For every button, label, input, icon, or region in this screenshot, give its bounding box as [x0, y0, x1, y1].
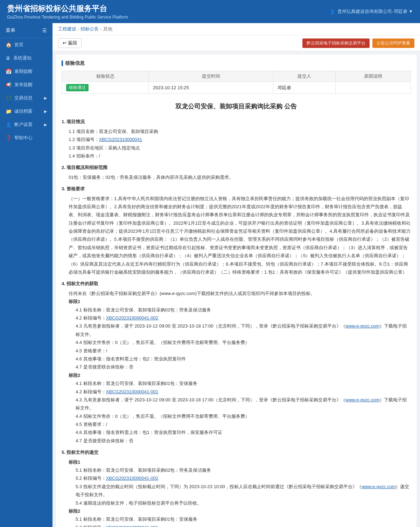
sidebar-item-system-notice[interactable]: 🖥系统通知 — [0, 51, 52, 65]
verify-reason — [336, 82, 411, 94]
action-bar: ↩ 返回 黔云招采电子招标采购交易平台 公告公示PDF查看 — [52, 35, 420, 51]
sidebar-item-overdue-remind[interactable]: 📅逾期提醒 — [0, 65, 52, 78]
url-link[interactable]: www.e-qyzc.com — [362, 484, 396, 489]
code-link[interactable]: XBCG202310000041-002 — [106, 476, 159, 481]
sub-section-item: 5.1 标段名称：双龙公司安保、装卸项目采购02包：劳务及保洁服务 — [62, 466, 411, 474]
sidebar-menu-header: 菜单 ☰ — [0, 23, 52, 38]
sub-section-item: 4.3 凡有意参加投标者，请于 2023-10-12 09:00 至 2023-… — [62, 396, 411, 412]
sub-section-item: 4.4 招标文件售价：0（元），售后不退。（招标文件费用不含邮寄费用、平台服务费… — [62, 412, 411, 420]
section-item: 1.4 招标条件：/ — [62, 152, 411, 160]
section-item: 01包：安保服务；02包：劳务及保洁服务，具体内容详见采购人提供的采购需求。 — [62, 173, 411, 181]
verify-th: 核验状态 — [62, 71, 149, 82]
sub-section-label-0: 标段1 — [62, 458, 411, 466]
sub-section-item: 4.2 标段编号：XBCG202310000041-001 — [62, 388, 411, 396]
sidebar-icon-trade-info: 💱 — [6, 95, 12, 101]
url-link[interactable]: www.e-qyzc.com — [345, 397, 380, 402]
verify-th: 提交人 — [273, 71, 335, 82]
sub-section-label-1: 标段2 — [62, 371, 411, 379]
code-link[interactable]: XBCG202310000041-002 — [106, 315, 159, 321]
section-heading-s5: 5. 投标文件的递交 — [62, 448, 411, 456]
doc-section-s3: 3. 资格要求（一）一般资格要求：1.具有中华人民共和国境内依法登记注册的独立法… — [62, 185, 411, 276]
breadcrumb-sep-1: › — [100, 27, 102, 32]
sub-section-item: 5.2 标段编号：XBCG202310000041-002 — [62, 474, 411, 482]
breadcrumb-sep-0: › — [78, 27, 79, 32]
sidebar-icon-home: 🏠 — [6, 42, 12, 48]
doc-title: 双龙公司安保、装卸项目采购询比采购 公告 — [62, 101, 411, 112]
sidebar-item-help[interactable]: ❓帮助中心 — [0, 131, 52, 145]
project-code-link[interactable]: XBCG202310000041 — [99, 137, 142, 142]
menu-label: 菜单 — [6, 27, 15, 34]
sidebar-label-help: 帮助中心 — [14, 135, 33, 141]
verify-row: 核验通过2023-10-12 15:25邓廷睿 — [62, 82, 411, 94]
sub-section-item: 5.2 标段编号：XBCG202310000041-001 — [62, 524, 411, 527]
sidebar-arrow-trade-info: ▶ — [44, 96, 47, 100]
section-item: 1.2 项目编号：XBCG202310000041 — [62, 135, 411, 143]
sub-section-item: 4.3 凡有意参加投标者，请于 2023-10-12 09:00 至 2023-… — [62, 322, 411, 338]
sub-section-label-0: 标段1 — [62, 297, 411, 305]
doc-section-s5: 5. 投标文件的递交标段15.1 标段名称：双龙公司安保、装卸项目采购02包：劳… — [62, 448, 411, 527]
breadcrumb-current: 其他 — [103, 26, 112, 32]
verify-time: 2023-10-12 15:25 — [149, 82, 273, 94]
sub-section-item: 4.2 标段编号：XBCG202310000041-002 — [62, 314, 411, 322]
sub-section-item: 4.6 其他事项：报名资料需上传：包2：营业执照复印件 — [62, 355, 411, 363]
user-name: 贵州弘典建设咨询有限公司-邓廷睿 ▼ — [337, 8, 413, 15]
sub-section-item: 4.6 其他事项：报名资料需上传：包1：营业执照复印件，保安服务许可证 — [62, 428, 411, 436]
sidebar-item-credit-file[interactable]: 📁诚信档案▶ — [0, 105, 52, 118]
sub-section-item: 5.4 逾期送达的投标文件，电子招标投标交易平台将予以拒收。 — [62, 499, 411, 507]
breadcrumb-link-1[interactable]: 招标公告 — [80, 26, 99, 32]
doc-section-s1: 1. 项目情况1.1 项目名称：双龙公司安保、装卸项目采购1.2 项目编号：XB… — [62, 118, 411, 160]
code-link[interactable]: XBCG202310000041-001 — [106, 389, 159, 394]
breadcrumb-link-0[interactable]: 工程建设 — [58, 26, 76, 32]
sidebar-icon-system-notice: 🖥 — [6, 55, 10, 61]
verify-section-title: 核验信息 — [62, 60, 411, 66]
sub-section-item: 4.5 资格要求：/ — [62, 347, 411, 355]
sidebar-arrow-credit-file: ▶ — [44, 109, 47, 114]
sidebar-item-home[interactable]: 🏠首页 — [0, 38, 52, 51]
sidebar-arrow-account-setting: ▶ — [44, 122, 47, 127]
sidebar-label-account-setting: 帐户设置 — [14, 121, 33, 128]
verify-table: 核验状态提交时间提交人原因说明 核验通过2023-10-12 15:25邓廷睿 — [62, 71, 411, 94]
sidebar-icon-publish-remind: 📢 — [6, 82, 12, 87]
sidebar-item-publish-remind[interactable]: 📢发布提醒 — [0, 78, 52, 91]
sub-section-item: 4.1 标段名称：双龙公司安保、装卸项目采购01包：安保服务 — [62, 379, 411, 387]
verify-title-text: 核验信息 — [65, 60, 85, 66]
sidebar-item-trade-info[interactable]: 💱交易信息▶ — [0, 91, 52, 105]
verify-person: 邓廷睿 — [273, 82, 335, 94]
content-area: 核验信息 核验状态提交时间提交人原因说明 核验通过2023-10-12 15:2… — [56, 55, 416, 527]
section-item: 1.1 项目名称：双龙公司安保、装卸项目采购 — [62, 127, 411, 135]
url-link[interactable]: www.e-qyzc.com — [345, 323, 380, 329]
header-title-cn: 贵州省招标投标公共服务平台 — [7, 3, 128, 14]
user-icon: 👤 — [330, 9, 335, 14]
sidebar-item-account-setting[interactable]: 👤帐户设置▶ — [0, 118, 52, 131]
verify-th: 原因说明 — [336, 71, 411, 82]
sidebar-label-publish-remind: 发布提醒 — [14, 82, 33, 88]
section-heading-s2: 2. 项目概况和招标范围 — [62, 163, 411, 171]
sidebar-label-system-notice: 系统通知 — [13, 55, 31, 61]
verify-th: 提交时间 — [149, 71, 273, 82]
sub-section-item: 4.7 是否接受联合体投标：否 — [62, 437, 411, 445]
verify-status: 核验通过 — [62, 82, 149, 94]
sub-section-label-1: 标段2 — [62, 507, 411, 515]
section-heading-s1: 1. 项目情况 — [62, 118, 411, 126]
sub-section-item: 5.1 标段名称：双龙公司安保、装卸项目采购01包：安保服务 — [62, 515, 411, 523]
back-button[interactable]: ↩ 返回 — [58, 38, 82, 48]
sidebar-icon-account-setting: 👤 — [6, 122, 12, 127]
section-item: 1.3 项目所在地区：采购人指定地点 — [62, 144, 411, 152]
sub-section-item: 4.7 是否接受联合体投标：否 — [62, 363, 411, 371]
sidebar-icon-overdue-remind: 📅 — [6, 69, 12, 74]
sub-section-item: 4.1 标段名称：双龙公司安保、装卸项目采购02包：劳务及保洁服务 — [62, 306, 411, 314]
btn-group: 黔云招采电子招标采购交易平台 公告公示PDF查看 — [302, 38, 414, 48]
btn-exchange[interactable]: 黔云招采电子招标采购交易平台 — [302, 38, 370, 48]
code-link[interactable]: XBCG202310000041-001 — [106, 525, 159, 527]
btn-pdf[interactable]: 公告公示PDF查看 — [372, 38, 414, 48]
status-badge: 核验通过 — [66, 84, 89, 91]
section-content: （一）一般资格要求：1.具有中华人民共和国境内依法登记注册的独立法人资格，具有独… — [62, 195, 411, 276]
layout: 菜单 ☰ 🏠首页🖥系统通知📅逾期提醒📢发布提醒💱交易信息▶📁诚信档案▶👤帐户设置… — [0, 23, 420, 527]
header-user[interactable]: 👤 贵州弘典建设咨询有限公司-邓廷睿 ▼ — [330, 8, 413, 15]
doc-sections-container: 1. 项目情况1.1 项目名称：双龙公司安保、装卸项目采购1.2 项目编号：XB… — [62, 118, 411, 527]
sub-section-item: 4.5 资格要求：/ — [62, 420, 411, 428]
document-content: 双龙公司安保、装卸项目采购询比采购 公告 1. 项目情况1.1 项目名称：双龙公… — [62, 101, 411, 527]
main-content: 工程建设 › 招标公告 › 其他 ↩ 返回 黔云招采电子招标采购交易平台 公告公… — [52, 23, 420, 527]
header-branding: 贵州省招标投标公共服务平台 GuiZhou Province Tendering… — [7, 3, 128, 20]
toggle-icon[interactable]: ☰ — [42, 28, 47, 33]
